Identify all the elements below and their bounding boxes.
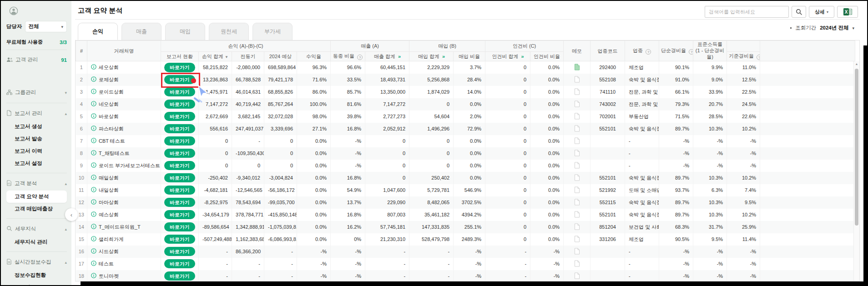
memo-icon[interactable] xyxy=(574,78,580,84)
info-icon[interactable] xyxy=(91,162,96,169)
go-to-report-button[interactable]: 바로가기 xyxy=(164,247,195,256)
tab-부가세[interactable]: 부가세 xyxy=(252,23,293,40)
go-to-report-button[interactable]: 바로가기 xyxy=(164,63,195,72)
go-to-report-button[interactable]: 바로가기 xyxy=(164,87,195,97)
sidebar-item[interactable]: 정보수집현황 xyxy=(6,269,67,281)
search-button[interactable] xyxy=(792,6,806,18)
sidebar-item[interactable]: 세무지식 관리 xyxy=(6,236,67,248)
search-input[interactable] xyxy=(705,6,789,18)
go-to-report-button[interactable]: 바로가기 xyxy=(164,271,195,281)
help-icon[interactable]: ? xyxy=(357,55,363,60)
memo-icon[interactable] xyxy=(574,189,580,194)
col-header-sales-sum[interactable]: 매출 합계 » xyxy=(365,52,409,61)
col-header-profit-sum[interactable]: 손익 합계▼ xyxy=(199,52,232,61)
memo-icon[interactable] xyxy=(574,66,580,71)
help-icon[interactable]: ? xyxy=(646,49,651,55)
detail-button[interactable]: 상세▾ xyxy=(809,6,834,18)
go-to-report-button[interactable]: 바로가기 xyxy=(164,161,195,171)
info-icon[interactable] xyxy=(91,211,96,218)
info-icon[interactable] xyxy=(91,76,96,83)
memo-icon[interactable] xyxy=(574,115,580,120)
vertical-scrollbar[interactable]: ▲ xyxy=(853,61,859,281)
scroll-up-arrow[interactable]: ▲ xyxy=(854,62,859,65)
tab-원천세[interactable]: 원천세 xyxy=(209,23,249,40)
sidebar-item-customers[interactable]: 고객 관리 91 xyxy=(6,53,67,66)
sidebar-group-3[interactable]: 세무지식▴ xyxy=(6,222,67,236)
go-to-report-button[interactable]: 바로가기 xyxy=(164,124,195,134)
sidebar-item[interactable]: 고객 요약 분석 xyxy=(6,191,67,203)
manager-select[interactable]: 전체 ▾ xyxy=(25,21,67,32)
go-to-report-button[interactable]: 바로가기 xyxy=(164,222,195,232)
info-icon[interactable] xyxy=(91,224,96,230)
info-icon[interactable] xyxy=(91,187,96,193)
sidebar-group-2[interactable]: 고객 분석▴ xyxy=(6,176,67,191)
info-icon[interactable] xyxy=(91,236,96,242)
memo-icon[interactable] xyxy=(574,250,580,256)
tab-손익[interactable]: 손익 xyxy=(78,23,118,40)
info-icon[interactable] xyxy=(91,248,96,255)
info-icon[interactable] xyxy=(91,101,96,107)
go-to-report-button[interactable]: 바로가기 xyxy=(164,210,195,220)
info-icon[interactable] xyxy=(91,125,96,132)
simple-rate-cell: 90.5% xyxy=(659,233,693,246)
info-icon[interactable] xyxy=(91,138,96,144)
go-to-report-button[interactable]: 바로가기 xyxy=(164,149,195,158)
sidebar-item[interactable]: 고객 매입매출장 xyxy=(6,203,67,215)
labor-sum-cell: - xyxy=(485,270,530,282)
help-icon[interactable]: ? xyxy=(689,49,693,55)
go-to-report-button[interactable]: 바로가기 xyxy=(164,186,195,195)
tab-매입[interactable]: 매입 xyxy=(165,23,205,40)
sidebar-group-4[interactable]: 실시간정보수집▴ xyxy=(6,255,67,269)
go-to-report-button[interactable]: 바로가기 xyxy=(164,112,195,121)
go-to-report-button[interactable]: 바로가기 xyxy=(164,235,195,244)
col-header-labor-sum[interactable]: 인건비 합계 » xyxy=(485,52,530,61)
period-selector[interactable]: 조회기간 2024년 전체 ▾ xyxy=(790,25,854,31)
excel-export-button[interactable]: X xyxy=(837,6,858,18)
info-icon[interactable] xyxy=(91,89,96,95)
memo-icon[interactable] xyxy=(574,275,580,280)
memo-icon[interactable] xyxy=(574,176,580,182)
memo-icon[interactable] xyxy=(574,238,580,243)
memo-icon[interactable] xyxy=(574,201,580,206)
user-avatar-icon[interactable] xyxy=(9,6,67,16)
sidebar-item[interactable]: 인증서설정 xyxy=(6,281,67,286)
memo-icon[interactable] xyxy=(574,127,580,133)
info-icon[interactable] xyxy=(91,273,96,279)
info-icon[interactable] xyxy=(91,175,96,181)
prev-period-cell: 40,719,442 xyxy=(232,98,264,110)
sidebar-item[interactable]: 보고서 설정 xyxy=(6,157,67,170)
info-icon[interactable] xyxy=(91,199,96,206)
info-icon[interactable] xyxy=(91,113,96,120)
sidebar-item[interactable]: 보고서 발송 xyxy=(6,133,67,145)
sidebar-group-1[interactable]: 보고서 관리▴ xyxy=(6,106,67,120)
memo-icon[interactable] xyxy=(574,262,580,268)
industry-cell: - xyxy=(625,147,659,160)
memo-icon[interactable] xyxy=(574,140,580,145)
tab-매출[interactable]: 매출 xyxy=(121,23,161,40)
go-to-report-button[interactable]: 바로가기 xyxy=(164,198,195,207)
info-icon[interactable] xyxy=(91,64,96,70)
go-to-report-button[interactable]: 바로가기 xyxy=(164,259,195,269)
memo-icon[interactable] xyxy=(574,226,580,231)
col-header-purchase-sum[interactable]: 매입 합계 » xyxy=(409,52,454,61)
sort-desc-icon[interactable]: ▼ xyxy=(225,55,228,59)
sidebar-group-0[interactable]: 그룹관리▾ xyxy=(6,85,67,100)
go-to-report-button[interactable]: 바로가기 xyxy=(164,173,195,183)
info-icon[interactable] xyxy=(91,150,96,156)
scrollbar-thumb[interactable] xyxy=(855,69,858,226)
go-to-report-button[interactable]: 바로가기 xyxy=(164,136,195,146)
memo-icon[interactable] xyxy=(574,213,580,219)
sidebar-collapse-button[interactable]: ‹ xyxy=(65,208,78,221)
memo-icon[interactable] xyxy=(574,103,580,108)
purchase-ratio-cell: 0.0% xyxy=(454,160,485,172)
sidebar-item[interactable]: 보고서 생성 xyxy=(6,120,67,133)
go-to-report-button[interactable]: 바로가기 xyxy=(164,100,195,109)
info-icon[interactable] xyxy=(91,261,96,267)
help-icon[interactable]: ? xyxy=(757,55,760,60)
std-rate-cell: 6.3% xyxy=(693,184,727,196)
memo-icon[interactable] xyxy=(574,152,580,157)
memo-icon[interactable] xyxy=(574,164,580,170)
go-to-report-button[interactable]: 바로가기 xyxy=(164,75,195,85)
memo-icon[interactable] xyxy=(574,90,580,96)
sidebar-item[interactable]: 보고서 이력 xyxy=(6,145,67,157)
